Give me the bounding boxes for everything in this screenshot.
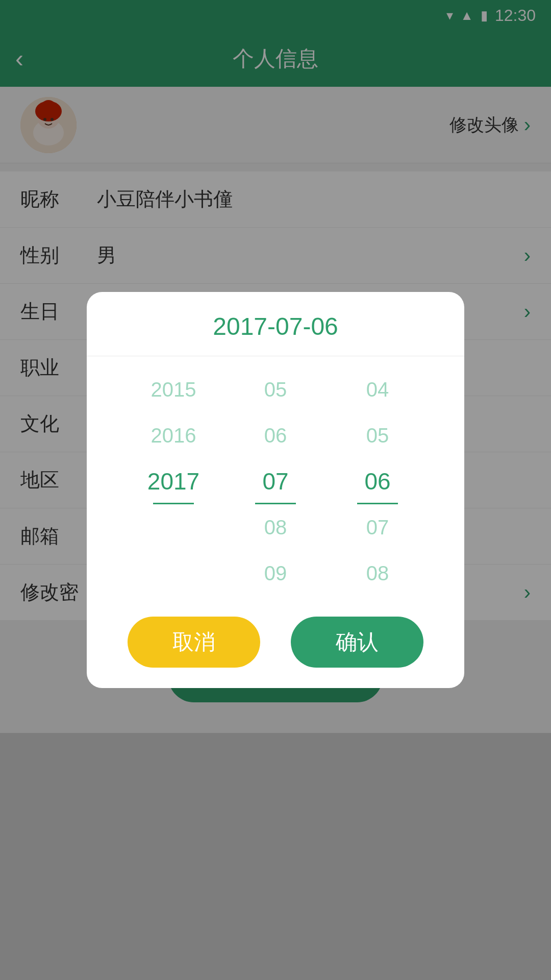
month-item-05[interactable]: 05 — [224, 366, 327, 412]
cancel-button[interactable]: 取消 — [128, 617, 260, 668]
date-picker-header: 2017-07-06 — [87, 292, 464, 356]
month-item-07[interactable]: 07 — [224, 458, 327, 504]
month-item-08[interactable]: 08 — [224, 504, 327, 550]
month-wheel[interactable]: 05 06 07 08 09 — [224, 366, 327, 596]
month-item-06[interactable]: 06 — [224, 412, 327, 458]
dialog-buttons: 取消 确认 — [87, 606, 464, 668]
day-item-04[interactable]: 04 — [327, 366, 429, 412]
day-wheel[interactable]: 04 05 06 07 08 — [327, 366, 429, 596]
confirm-label: 确认 — [336, 628, 379, 656]
confirm-button[interactable]: 确认 — [291, 617, 423, 668]
cancel-label: 取消 — [172, 628, 215, 656]
date-picker-dialog: 2017-07-06 2015 2016 2017 05 — [87, 292, 464, 688]
year-item-2015[interactable]: 2015 — [122, 366, 224, 412]
day-item-08[interactable]: 08 — [327, 550, 429, 596]
month-item-09[interactable]: 09 — [224, 550, 327, 596]
date-picker-overlay: 2017-07-06 2015 2016 2017 05 — [0, 0, 551, 980]
day-item-07[interactable]: 07 — [327, 504, 429, 550]
year-item-2016[interactable]: 2016 — [122, 412, 224, 458]
year-wheel[interactable]: 2015 2016 2017 — [122, 366, 224, 504]
day-item-05[interactable]: 05 — [327, 412, 429, 458]
selected-date-display: 2017-07-06 — [213, 313, 338, 340]
year-item-2017[interactable]: 2017 — [122, 458, 224, 504]
day-item-06[interactable]: 06 — [327, 458, 429, 504]
scroll-wheels: 2015 2016 2017 05 06 07 — [87, 356, 464, 606]
